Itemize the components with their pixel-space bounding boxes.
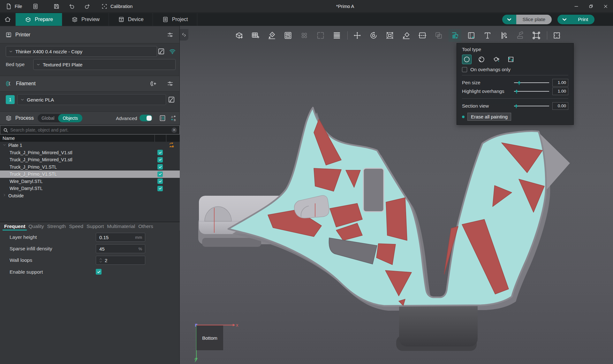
erase-all-painting-button[interactable]: Erase all painting	[467, 113, 511, 121]
refresh-plate-icon[interactable]	[168, 142, 175, 148]
object-row[interactable]: Truck_J_Primo_Mirrored_V1.stl	[0, 156, 180, 163]
settings-tab-speed[interactable]: Speed	[67, 222, 85, 231]
undo-button[interactable]	[68, 0, 75, 13]
tab-project-label: Project	[172, 17, 188, 22]
scope-objects-button[interactable]: Objects	[58, 114, 82, 122]
redo-button[interactable]	[84, 0, 91, 13]
tab-preview[interactable]: Preview	[62, 13, 109, 26]
highlight-overhangs-value[interactable]: 1.00	[552, 87, 568, 95]
scope-toggle: Global Objects	[38, 114, 82, 122]
fill-tool-icon[interactable]	[491, 55, 501, 64]
filament-settings-icon[interactable]	[167, 80, 174, 87]
slice-plate-button[interactable]: Slice plate	[516, 15, 552, 24]
minimize-button[interactable]	[569, 0, 584, 13]
file-menu-label: File	[15, 4, 22, 9]
wall-loops-input[interactable]	[103, 258, 135, 263]
outside-row[interactable]: Outside	[0, 192, 180, 200]
visibility-checkbox[interactable]	[157, 186, 163, 191]
slice-dropdown-button[interactable]	[502, 15, 516, 24]
sphere-brush-icon[interactable]	[477, 55, 486, 64]
gap-fill-tool-icon[interactable]	[506, 55, 516, 64]
menu-button[interactable]	[32, 0, 39, 13]
pen-size-slider[interactable]	[514, 80, 549, 85]
slider-handle[interactable]	[518, 81, 521, 83]
expand-caret-icon[interactable]	[3, 193, 6, 197]
wall-loops-row: Wall loops	[0, 256, 180, 265]
printer-select[interactable]: Thinker X400 0.4 nozzle - Copy	[6, 46, 157, 57]
object-row[interactable]: Wire_Darryl.STL	[0, 178, 180, 185]
bed-type-select[interactable]: Textured PEI Plate	[33, 59, 176, 70]
overhangs-checkbox[interactable]	[462, 67, 467, 72]
settings-tab-quality[interactable]: Quality	[27, 222, 45, 231]
scope-global-button[interactable]: Global	[38, 116, 58, 121]
layer-height-input[interactable]	[96, 235, 128, 240]
slider-handle[interactable]	[515, 104, 518, 107]
tab-device[interactable]: Device	[109, 13, 153, 26]
settings-tab-others[interactable]: Others	[137, 222, 155, 231]
settings-tab-frequent[interactable]: Frequent	[3, 222, 27, 231]
visibility-checkbox[interactable]	[157, 178, 163, 184]
tab-prepare[interactable]: Prepare	[16, 13, 62, 26]
print-group: Print	[557, 15, 594, 24]
save-button[interactable]	[53, 0, 60, 13]
settings-tab-support[interactable]: Support	[85, 222, 105, 231]
print-button[interactable]: Print	[571, 15, 594, 24]
paint-tool-panel: Tool type On overhangs only Pen size 1.0…	[457, 43, 574, 125]
project-icon	[162, 16, 169, 23]
pen-size-value[interactable]: 1.00	[552, 79, 568, 87]
filament-slot-badge[interactable]: 1	[6, 95, 15, 104]
x-axis-label: x	[236, 322, 238, 328]
section-view-slider[interactable]	[514, 103, 549, 109]
filament-select[interactable]: Generic PLA	[17, 94, 166, 105]
highlight-overhangs-row: Highlight overhangs 1.00	[462, 87, 568, 95]
file-menu[interactable]: File	[5, 0, 22, 13]
object-row[interactable]: Truck_J_Primo_V1.STL	[0, 171, 180, 178]
viewport-3d[interactable]: A	[180, 26, 613, 364]
collapse-caret-icon[interactable]	[3, 143, 6, 147]
calibration-label: Calibration	[110, 4, 132, 9]
object-label: Wire_Darryl.STL	[0, 179, 42, 184]
view-cube[interactable]: Bottom x y	[193, 322, 244, 364]
visibility-checkbox[interactable]	[157, 171, 163, 177]
section-view-value[interactable]: 0.00	[552, 102, 568, 110]
enable-support-checkbox[interactable]	[96, 269, 102, 275]
highlight-overhangs-slider[interactable]	[514, 89, 549, 94]
object-row[interactable]: Wire_Darryl.STL	[0, 185, 180, 192]
search-clear-button[interactable]: ✕	[171, 127, 177, 133]
svg-text:A: A	[171, 115, 173, 118]
compare-presets-icon[interactable]: AB	[170, 114, 177, 122]
print-dropdown-button[interactable]	[557, 15, 571, 24]
tab-project[interactable]: Project	[153, 13, 197, 26]
slice-print-actions: Slice plate Print	[502, 13, 594, 26]
calibration-menu[interactable]: Calibration	[101, 0, 132, 13]
add-filament-icon[interactable]	[149, 80, 157, 87]
stepper-icon[interactable]	[99, 258, 103, 263]
bullet-icon	[462, 116, 465, 118]
object-row[interactable]: Truck_J_Primo_Mirrored_V1.stl	[0, 149, 180, 156]
advanced-label: Advanced	[116, 116, 137, 121]
object-row[interactable]: Truck_J_Primo_V1.STL	[0, 163, 180, 171]
visibility-checkbox[interactable]	[157, 164, 163, 170]
advanced-toggle[interactable]	[140, 115, 152, 121]
home-button[interactable]	[0, 13, 16, 26]
object-label: Truck_J_Primo_Mirrored_V1.stl	[0, 157, 72, 162]
view-cube-face[interactable]: Bottom	[196, 325, 223, 350]
restore-button[interactable]	[584, 0, 598, 13]
printer-settings-icon[interactable]	[167, 31, 174, 38]
plate-row[interactable]: Plate 1	[0, 142, 180, 149]
save-icon	[53, 3, 60, 10]
home-icon	[4, 16, 11, 23]
parameter-table-icon[interactable]	[159, 114, 166, 122]
slider-handle[interactable]	[515, 89, 518, 92]
settings-tab-strength[interactable]: Strength	[46, 222, 68, 231]
settings-tab-multimaterial[interactable]: Multimaterial	[105, 222, 137, 231]
edit-filament-icon[interactable]	[167, 95, 176, 104]
edit-printer-icon[interactable]	[157, 47, 165, 56]
visibility-checkbox[interactable]	[157, 157, 163, 163]
search-input[interactable]	[10, 127, 170, 133]
infill-density-input[interactable]	[96, 246, 128, 252]
circle-brush-icon[interactable]	[462, 55, 472, 64]
visibility-checkbox[interactable]	[157, 150, 163, 155]
close-button[interactable]	[598, 0, 613, 13]
wifi-icon[interactable]	[168, 47, 177, 56]
